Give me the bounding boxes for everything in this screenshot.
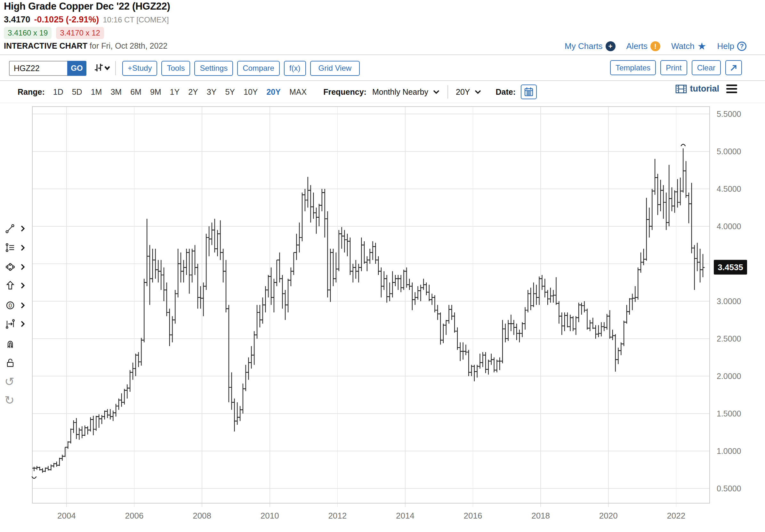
price-chart-svg[interactable]: 2004200620082010201220142016201820202022… (0, 106, 765, 532)
unlock-tool[interactable] (4, 356, 30, 370)
range-9m[interactable]: 9M (150, 87, 161, 97)
my-charts-label: My Charts (565, 41, 602, 51)
range-1d[interactable]: 1D (53, 87, 63, 97)
chart-toolbar: GO +Study Tools Settings Compare f(x) Gr… (9, 60, 360, 76)
expand-button[interactable] (725, 60, 742, 75)
watch-link[interactable]: Watch ★ (671, 40, 706, 52)
svg-text:3.4535: 3.4535 (718, 263, 743, 272)
chevron-down-icon (433, 90, 440, 94)
measure-tool[interactable] (4, 317, 30, 331)
divider (0, 54, 765, 55)
svg-text:2018: 2018 (531, 511, 550, 520)
watch-label: Watch (671, 41, 695, 51)
svg-text:0: 0 (9, 302, 12, 309)
header-links: My Charts + Alerts ! Watch ★ Help ? (565, 40, 746, 52)
range-10y[interactable]: 10Y (244, 87, 258, 97)
tools-button[interactable]: Tools (161, 61, 190, 76)
svg-text:2022: 2022 (667, 511, 685, 520)
help-label: Help (717, 41, 734, 51)
menu-icon[interactable] (726, 85, 737, 93)
chevron-right-icon (20, 244, 25, 252)
svg-text:4.5000: 4.5000 (717, 184, 741, 193)
chart-type-selector[interactable] (93, 62, 111, 75)
svg-text:5.5000: 5.5000 (717, 110, 741, 119)
undo-icon: ↺ (4, 376, 14, 388)
bid-quote: 3.4160 x 19 (4, 27, 52, 39)
svg-text:2010: 2010 (261, 511, 279, 520)
range-3y[interactable]: 3Y (207, 87, 217, 97)
go-button[interactable]: GO (67, 61, 86, 76)
chevron-right-icon (20, 263, 25, 271)
svg-text:2.0000: 2.0000 (717, 372, 741, 380)
section-label: INTERACTIVE CHART (4, 41, 87, 50)
expand-arrow-icon (729, 64, 738, 72)
svg-text:3.0000: 3.0000 (717, 297, 741, 306)
range-5y[interactable]: 5Y (225, 87, 235, 97)
range-bar: Range: 1D 5D 1M 3M 6M 9M 1Y 2Y 3Y 5Y 10Y… (0, 82, 765, 102)
last-price-badge: 3.4535 (714, 260, 747, 274)
my-charts-link[interactable]: My Charts + (565, 41, 615, 51)
chart-area: 2004200620082010201220142016201820202022… (0, 106, 765, 532)
templates-button[interactable]: Templates (610, 60, 656, 75)
range-5d[interactable]: 5D (72, 87, 82, 97)
chevron-down-icon (474, 90, 481, 94)
frequency-select[interactable]: Monthly Nearby (372, 87, 440, 97)
help-link[interactable]: Help ? (717, 41, 746, 51)
trendline-tool[interactable] (4, 222, 30, 236)
page-title: High Grade Copper Dec '22 (HGZ22) (4, 1, 170, 12)
film-icon (675, 84, 687, 94)
divider (447, 85, 448, 99)
range-1m[interactable]: 1M (91, 87, 102, 97)
shapes-tool[interactable] (4, 260, 30, 274)
date-label: Date: (495, 87, 516, 97)
svg-text:2006: 2006 (125, 511, 144, 520)
range-2y[interactable]: 2Y (188, 87, 198, 97)
svg-text:2020: 2020 (599, 511, 618, 520)
print-button[interactable]: Print (660, 60, 687, 75)
bid-ask-row: 3.4160 x 19 3.4170 x 12 (4, 27, 104, 39)
svg-text:2016: 2016 (464, 511, 482, 520)
divider (0, 80, 765, 81)
svg-text:1.0000: 1.0000 (717, 446, 741, 455)
compare-button[interactable]: Compare (237, 61, 280, 76)
range-max[interactable]: MAX (289, 87, 307, 97)
chevron-right-icon (20, 301, 25, 309)
redo-button[interactable]: ↻ (4, 393, 30, 407)
period-value: 20Y (456, 87, 470, 97)
range-label: Range: (18, 87, 45, 97)
range-20y-selected[interactable]: 20Y (266, 87, 281, 97)
tutorial-link[interactable]: tutorial (675, 84, 720, 94)
period-select[interactable]: 20Y (456, 87, 481, 97)
clear-button[interactable]: Clear (692, 60, 721, 75)
add-study-button[interactable]: +Study (122, 61, 157, 76)
question-circle-icon: ? (737, 42, 746, 51)
fx-button[interactable]: f(x) (284, 61, 306, 76)
undo-button[interactable]: ↺ (4, 374, 30, 389)
alerts-label: Alerts (626, 41, 647, 51)
svg-text:2004: 2004 (57, 511, 76, 520)
date-picker-button[interactable] (521, 85, 537, 99)
magnet-tool[interactable] (4, 337, 30, 351)
svg-text:2.5000: 2.5000 (717, 334, 741, 343)
arrow-tool[interactable] (4, 278, 30, 292)
svg-text:1.5000: 1.5000 (717, 409, 741, 418)
redo-icon: ↻ (4, 394, 14, 406)
settings-button[interactable]: Settings (194, 61, 233, 76)
range-6m[interactable]: 6M (130, 87, 142, 97)
ask-quote: 3.4170 x 12 (56, 27, 104, 39)
calendar-icon (524, 87, 533, 97)
symbol-input[interactable] (9, 61, 67, 76)
range-1y[interactable]: 1Y (170, 87, 180, 97)
svg-text:2014: 2014 (396, 511, 414, 520)
range-3m[interactable]: 3M (110, 87, 122, 97)
ohlc-bar-type-icon (93, 62, 111, 75)
svg-text:2008: 2008 (193, 511, 211, 520)
annotations-tool[interactable] (4, 241, 30, 255)
alerts-link[interactable]: Alerts ! (626, 41, 660, 51)
chevron-right-icon (20, 225, 25, 233)
quote-time: 10:16 CT [COMEX] (103, 15, 169, 24)
grid-view-button[interactable]: Grid View (310, 61, 360, 76)
price-change: -0.1025 (-2.91%) (34, 15, 99, 25)
section-heading: INTERACTIVE CHART for Fri, Oct 28th, 202… (4, 41, 167, 51)
counter-tool[interactable]: 0 (4, 298, 30, 312)
